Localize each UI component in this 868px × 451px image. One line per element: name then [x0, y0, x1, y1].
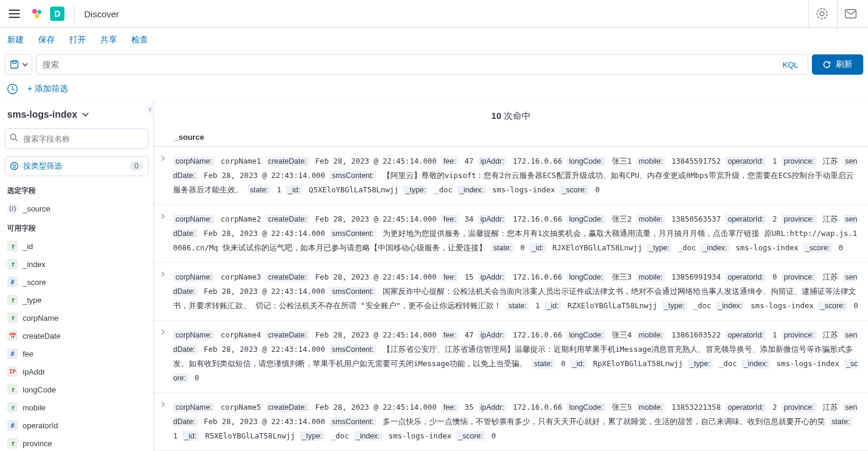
lifebuoy-icon [816, 8, 828, 20]
field-item-operatorId[interactable]: # operatorId [0, 416, 153, 434]
field-search [5, 128, 149, 149]
expand-doc-button[interactable] [160, 400, 171, 443]
search-input[interactable] [42, 60, 779, 69]
field-search-input[interactable] [5, 128, 149, 149]
field-item-createDate[interactable]: 📅 createDate [0, 327, 153, 345]
field-name: longCode [23, 385, 56, 394]
action-share[interactable]: 共享 [100, 35, 117, 45]
expand-doc-button[interactable] [160, 154, 171, 197]
action-save[interactable]: 保存 [38, 35, 55, 45]
chevron-right-icon [160, 401, 166, 407]
field-type-icon: t [7, 438, 18, 449]
main: sms-logs-index 按类型筛选 0 选定字段 ⟨/⟩ _source … [0, 101, 868, 451]
type-filter-button[interactable]: 按类型筛选 0 [5, 156, 149, 176]
field-item-_type[interactable]: t _type [0, 291, 153, 309]
field-item-mobile[interactable]: t mobile [0, 398, 153, 416]
results-panel: 10 次命中 _source corpName: corpName1 creat… [154, 101, 868, 451]
add-filter-button[interactable]: + 添加筛选 [27, 84, 68, 94]
refresh-button[interactable]: 刷新 [812, 54, 863, 75]
field-name: _index [23, 260, 45, 269]
doc-row: corpName: corpName5 createDate: Feb 28, … [154, 393, 868, 451]
hits-header: 10 次命中 [154, 101, 868, 128]
collapse-sidebar-button[interactable] [146, 105, 155, 114]
svg-rect-5 [845, 10, 856, 18]
field-type-icon: t [7, 294, 18, 305]
field-type-icon: t [7, 384, 18, 395]
doc-row: corpName: corpName1 createDate: Feb 28, … [154, 147, 868, 205]
refresh-label: 刷新 [836, 59, 852, 70]
page-title: Discover [84, 9, 119, 19]
field-type-icon: IP [7, 366, 18, 377]
topbar: D Discover [0, 0, 868, 28]
help-button[interactable] [808, 0, 835, 27]
field-name: _id [23, 242, 33, 251]
action-inspect[interactable]: 检查 [131, 35, 148, 45]
field-item-_id[interactable]: t _id [0, 237, 153, 255]
search-icon [10, 133, 18, 142]
field-item-_score[interactable]: # _score [0, 273, 153, 291]
field-name: _type [23, 296, 42, 305]
filter-settings-button[interactable] [7, 84, 18, 94]
topbar-right [808, 0, 863, 27]
expand-doc-button[interactable] [160, 270, 171, 313]
docs-list[interactable]: corpName: corpName1 createDate: Feb 28, … [154, 147, 868, 451]
field-type-icon: # [7, 277, 18, 287]
chevron-right-icon [160, 155, 166, 161]
expand-doc-button[interactable] [160, 212, 171, 255]
hamburger-icon [9, 10, 20, 18]
refresh-icon [823, 60, 831, 69]
field-item-_index[interactable]: t _index [0, 255, 153, 273]
chevron-left-icon [148, 107, 153, 112]
newsfeed-button[interactable] [837, 0, 863, 27]
field-type-icon: ⟨/⟩ [7, 203, 18, 214]
index-selector[interactable]: sms-logs-index [0, 101, 153, 125]
selected-fields-list: ⟨/⟩ _source [0, 200, 153, 217]
elastic-logo-icon[interactable] [30, 7, 44, 21]
nav-menu-button[interactable] [5, 4, 24, 23]
field-type-icon: # [7, 348, 18, 359]
chevron-down-icon [22, 63, 28, 66]
field-name: operatorId [23, 421, 58, 430]
svg-rect-7 [13, 61, 16, 63]
field-item-_source[interactable]: ⟨/⟩ _source [0, 200, 153, 217]
field-type-icon: t [7, 241, 18, 251]
field-name: province [23, 439, 52, 448]
field-item-province[interactable]: t province [0, 434, 153, 451]
expand-doc-button[interactable] [160, 328, 171, 385]
available-fields-label: 可用字段 [0, 217, 153, 237]
field-type-icon: t [7, 312, 18, 323]
field-item-ipAddr[interactable]: IP ipAddr [0, 363, 153, 381]
app-badge[interactable]: D [50, 7, 64, 21]
chevron-right-icon [160, 271, 166, 277]
chevron-down-icon [82, 112, 89, 117]
field-name: _score [23, 278, 46, 287]
field-item-longCode[interactable]: t longCode [0, 381, 153, 398]
chevron-right-icon [160, 329, 166, 335]
svg-point-3 [817, 9, 827, 19]
field-item-corpName[interactable]: t corpName [0, 309, 153, 327]
field-type-icon: t [7, 259, 18, 269]
doc-source: corpName: corpName1 createDate: Feb 28, … [173, 154, 861, 197]
field-name: fee [23, 349, 33, 358]
svg-point-0 [32, 9, 37, 14]
field-item-fee[interactable]: # fee [0, 345, 153, 363]
doc-source: corpName: corpName2 createDate: Feb 28, … [173, 212, 861, 255]
field-name: mobile [23, 403, 45, 412]
field-type-icon: t [7, 402, 18, 413]
svg-rect-6 [11, 61, 18, 68]
kql-toggle[interactable]: KQL [779, 60, 802, 69]
filter-funnel-icon [10, 162, 19, 170]
action-open[interactable]: 打开 [69, 35, 86, 45]
saved-query-button[interactable] [5, 54, 32, 75]
action-new[interactable]: 新建 [7, 35, 24, 45]
search-bar: KQL 刷新 [0, 52, 868, 77]
doc-row: corpName: corpName4 createDate: Feb 28, … [154, 321, 868, 393]
hits-suffix: 次命中 [501, 111, 531, 121]
mail-icon [845, 9, 857, 19]
save-icon [10, 60, 19, 69]
column-source[interactable]: _source [174, 133, 204, 142]
selected-fields-label: 选定字段 [0, 180, 153, 200]
available-fields-list: t _id t _index # _score t _type t corpNa… [0, 237, 153, 451]
hits-count: 10 [491, 111, 501, 121]
field-type-icon: # [7, 420, 18, 431]
